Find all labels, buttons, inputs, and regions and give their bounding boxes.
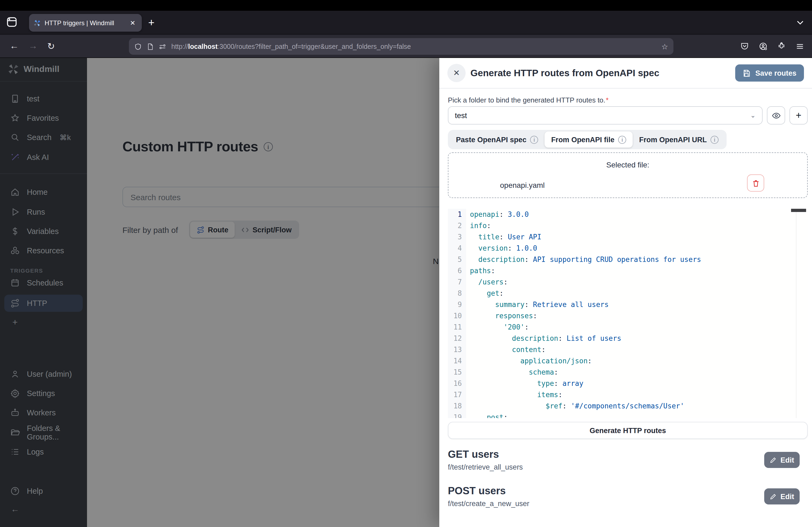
menu-hamburger-icon[interactable] bbox=[795, 42, 804, 51]
info-icon[interactable]: i bbox=[530, 136, 538, 144]
new-tab-button[interactable]: + bbox=[148, 16, 155, 29]
code-line[interactable]: 16 type: array bbox=[448, 378, 808, 389]
url-bar[interactable]: http://localhost:3000/routes?filter_path… bbox=[129, 38, 673, 55]
code-line[interactable]: 17 items: bbox=[448, 389, 808, 400]
folder-select[interactable]: test ⌄ bbox=[448, 106, 763, 124]
code-editor[interactable]: 1openapi: 3.0.02info:3 title: User API4 … bbox=[448, 209, 808, 418]
menu-bar-strip bbox=[0, 0, 812, 11]
edit-button-label: Edit bbox=[781, 456, 794, 464]
chevron-down-icon: ⌄ bbox=[750, 111, 756, 119]
permissions-icon[interactable] bbox=[158, 43, 166, 50]
code-lines: 1openapi: 3.0.02info:3 title: User API4 … bbox=[448, 209, 808, 418]
info-icon[interactable]: i bbox=[710, 136, 719, 144]
page-info-icon[interactable] bbox=[147, 43, 154, 50]
tab-paste-openapi-spec[interactable]: Paste OpenAPI spec i bbox=[450, 132, 545, 148]
extensions-puzzle-icon[interactable] bbox=[777, 42, 786, 51]
preview-folder-button[interactable] bbox=[767, 106, 785, 124]
tab-label: From OpenAPI file bbox=[551, 136, 615, 144]
code-line[interactable]: 7 /users: bbox=[448, 276, 808, 288]
route-name: POST users bbox=[448, 485, 506, 497]
url-host: localhost bbox=[188, 43, 218, 50]
selected-file-name: openapi.yaml bbox=[500, 181, 545, 190]
code-line[interactable]: 4 version: 1.0.0 bbox=[448, 243, 808, 254]
openapi-drawer: ✕ Generate HTTP routes from OpenAPI spec… bbox=[439, 58, 812, 527]
code-line[interactable]: 8 get: bbox=[448, 288, 808, 299]
generate-http-routes-button[interactable]: Generate HTTP routes bbox=[448, 422, 808, 439]
code-line[interactable]: 19 post: bbox=[448, 412, 808, 418]
save-routes-button[interactable]: Save routes bbox=[736, 64, 804, 81]
reload-button[interactable]: ↻ bbox=[47, 41, 55, 52]
add-folder-button[interactable]: + bbox=[789, 106, 808, 124]
remove-file-button[interactable] bbox=[747, 175, 764, 192]
info-icon[interactable]: i bbox=[618, 136, 626, 144]
code-line[interactable]: 5 description: API supporting CRUD opera… bbox=[448, 254, 808, 265]
tab-title: HTTP triggers | Windmill bbox=[45, 19, 128, 27]
code-line[interactable]: 13 content: bbox=[448, 344, 808, 355]
app-root: HTTP triggers | Windmill ✕ + ← → ↻ http:… bbox=[0, 0, 812, 527]
close-icon[interactable]: ✕ bbox=[447, 64, 466, 82]
list-all-tabs-icon[interactable] bbox=[796, 18, 804, 27]
drawer-divider bbox=[439, 88, 812, 89]
browser-tab[interactable]: HTTP triggers | Windmill ✕ bbox=[29, 14, 142, 32]
drawer-title: Generate HTTP routes from OpenAPI spec bbox=[470, 67, 659, 79]
trash-icon bbox=[752, 179, 760, 187]
page-viewport: Windmill test Favorites Search ⌘k Ask AI bbox=[0, 58, 812, 527]
url-rest: :3000/routes?filter_path_of=trigger&user… bbox=[218, 43, 411, 50]
code-line[interactable]: 6paths: bbox=[448, 265, 808, 276]
folder-picker-label-text: Pick a folder to bind the generated HTTP… bbox=[448, 96, 605, 104]
eye-icon bbox=[771, 111, 781, 120]
tab-label: From OpenAPI URL bbox=[639, 136, 707, 144]
save-routes-label: Save routes bbox=[755, 69, 796, 77]
editor-minimap[interactable] bbox=[796, 209, 808, 418]
shield-icon[interactable] bbox=[134, 43, 142, 50]
edit-button-label: Edit bbox=[781, 492, 794, 500]
code-line[interactable]: 10 responses: bbox=[448, 310, 808, 321]
save-floppy-icon bbox=[743, 69, 751, 77]
code-line[interactable]: 18 $ref: '#/components/schemas/User' bbox=[448, 400, 808, 412]
tab-close-icon[interactable]: ✕ bbox=[128, 18, 137, 28]
folder-picker-row: test ⌄ + bbox=[448, 106, 808, 124]
firefox-view-icon[interactable] bbox=[5, 16, 18, 28]
code-line[interactable]: 3 title: User API bbox=[448, 231, 808, 243]
edit-route-button[interactable]: Edit bbox=[764, 488, 800, 505]
code-line[interactable]: 12 description: List of users bbox=[448, 333, 808, 344]
browser-tab-strip: HTTP triggers | Windmill ✕ + bbox=[0, 11, 812, 34]
url-text[interactable]: http://localhost:3000/routes?filter_path… bbox=[171, 43, 657, 50]
code-line[interactable]: 1openapi: 3.0.0 bbox=[448, 209, 808, 220]
tab-from-openapi-url[interactable]: From OpenAPI URL i bbox=[633, 132, 725, 148]
forward-button[interactable]: → bbox=[28, 41, 38, 51]
tab-from-openapi-file[interactable]: From OpenAPI file i bbox=[545, 132, 633, 148]
code-line[interactable]: 9 summary: Retrieve all users bbox=[448, 299, 808, 310]
route-path: f/test/retrieve_all_users bbox=[448, 463, 523, 471]
selected-file-box: Selected file: openapi.yaml bbox=[448, 152, 808, 198]
account-icon[interactable] bbox=[758, 42, 768, 51]
code-line[interactable]: 15 schema: bbox=[448, 366, 808, 378]
tab-label: Paste OpenAPI spec bbox=[456, 136, 526, 144]
editor-minimap-slider[interactable] bbox=[791, 209, 806, 212]
selected-file-label: Selected file: bbox=[448, 161, 807, 169]
tab-favicon-windmill bbox=[33, 19, 41, 27]
pocket-icon[interactable] bbox=[740, 42, 749, 51]
back-button[interactable]: ← bbox=[10, 41, 19, 51]
code-line[interactable]: 2info: bbox=[448, 220, 808, 231]
pencil-icon bbox=[770, 456, 777, 463]
code-line[interactable]: 14 application/json: bbox=[448, 355, 808, 366]
url-scheme: http:// bbox=[171, 43, 188, 50]
bookmark-star-icon[interactable]: ☆ bbox=[661, 42, 668, 51]
code-line[interactable]: 11 '200': bbox=[448, 321, 808, 333]
pencil-icon bbox=[770, 493, 777, 500]
folder-select-value: test bbox=[455, 111, 467, 120]
required-mark: * bbox=[606, 96, 608, 104]
route-name: GET users bbox=[448, 449, 499, 461]
browser-toolbar: ← → ↻ http://localhost:3000/routes?filte… bbox=[0, 35, 812, 58]
route-path: f/test/create_a_new_user bbox=[448, 500, 529, 508]
edit-route-button[interactable]: Edit bbox=[764, 452, 800, 468]
folder-picker-label: Pick a folder to bind the generated HTTP… bbox=[448, 96, 608, 104]
openapi-source-tabs: Paste OpenAPI spec i From OpenAPI file i… bbox=[448, 130, 727, 149]
